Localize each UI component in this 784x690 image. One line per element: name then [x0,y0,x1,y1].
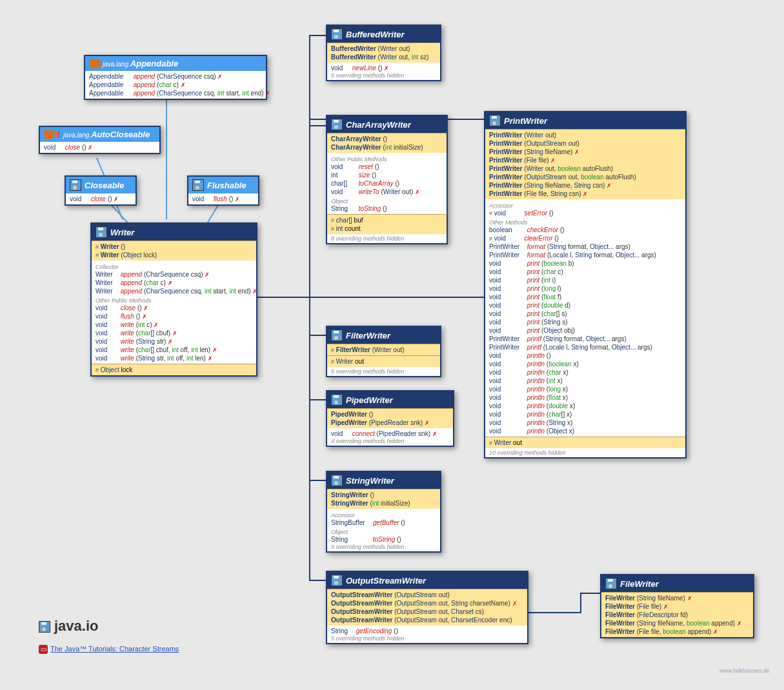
constructor-row: CharArrayWriter (int initialSize) [331,143,443,152]
class-header: BufferedWriter [327,26,440,43]
disk-icon [192,179,204,191]
constructor-row: StringWriter (int initialSize) [331,499,436,508]
constructor-row: # Writer () [95,242,252,251]
method-row: # void setError () [489,209,681,217]
class-header: FileWriter [601,575,753,592]
disk-icon [95,226,107,238]
disk-icon [331,475,343,486]
class-writer: Writer # Writer ()# Writer (Object lock)… [90,222,257,377]
method-row: PrintWriter printf (String format, Objec… [489,335,681,343]
hidden-note: 4 overriding methods hidden [331,438,449,444]
method-row: void connect (PipedReader snk) ✗ [331,429,449,438]
disk-icon [331,119,343,130]
method-row: void print (double d) [489,301,681,310]
class-autocloseable: !java.lang.AutoCloseable void close () ✗ [39,126,161,154]
class-filterwriter: FilterWriter # FilterWriter (Writer out)… [326,326,441,377]
constructor-row: FileWriter (File file, boolean append) ✗ [605,627,749,636]
method-row: void write (String str, int off, int len… [95,354,252,362]
constructor-row: FileWriter (String fileName, boolean app… [605,619,749,627]
method-row: void print (String s) [489,318,681,326]
copyright-text: www.falkhausen.de [719,667,770,674]
method-row: Writer append (CharSequence csq) ✗ [95,270,252,279]
class-header: StringWriter [327,472,440,489]
cup-icon [89,59,99,68]
disk-icon [331,575,343,586]
hidden-note: 5 overriding methods hidden [331,72,436,79]
class-header: FilterWriter [327,327,440,344]
constructor-row: OutputStreamWriter (OutputStream out, Ch… [331,616,523,624]
class-closeable: Closeable void close () ✗ [65,175,137,206]
constructor-row: PrintWriter (String fileName, String csn… [489,181,681,190]
field-row: # Object lock [95,366,252,374]
method-row: void print (long l) [489,284,681,293]
class-header: !java.lang.AutoCloseable [40,127,159,142]
method-row: void println (char[] x) [489,410,681,419]
class-header: Writer [92,224,256,241]
hidden-note: 10 overriding methods hidden [489,449,681,456]
disk-icon [331,28,343,40]
constructor-row: PrintWriter (File file) ✗ [489,156,681,164]
method-row: String toString () [331,535,436,544]
class-header: java.lang.Appendable [85,56,266,71]
method-row: int size () [331,171,443,179]
field-row: # int count [331,224,443,233]
class-printwriter: PrintWriter PrintWriter (Writer out)Prin… [484,111,687,458]
method-row: void println (boolean x) [489,360,681,368]
method-row: void println (int x) [489,377,681,385]
class-header: Closeable [66,177,136,193]
class-header: Flushable [188,177,258,193]
constructor-row: # FilterWriter (Writer out) [331,346,436,354]
exclaim-icon: ! [57,130,60,139]
method-row: void write (char[] cbuf) ✗ [95,329,252,337]
method-row: void write (String str) ✗ [95,337,252,346]
constructor-row: OutputStreamWriter (OutputStream out, St… [331,599,523,607]
class-stringwriter: StringWriter StringWriter ()StringWriter… [326,471,441,553]
hidden-note: 8 overriding methods hidden [331,235,443,242]
method-row: PrintWriter format (String format, Objec… [489,242,681,251]
method-row: void newLine () ✗ [331,64,436,72]
method-row: void print (int i) [489,276,681,284]
method-row: void println (float x) [489,393,681,402]
constructor-row: BufferedWriter (Writer out) [331,44,436,53]
method-row: void print (float f) [489,293,681,301]
section-label: Collector [95,262,252,270]
constructor-row: PipedWriter () [331,410,449,419]
constructor-row: OutputStreamWriter (OutputStream out, Ch… [331,607,523,616]
class-pipedwriter: PipedWriter PipedWriter ()PipedWriter (P… [326,390,454,447]
field-row: # Writer out [331,357,436,366]
method-row: Appendable append (CharSequence csq, int… [89,89,262,97]
constructor-row: FileWriter (String fileName) ✗ [605,594,749,602]
method-row: # void clearError () [489,234,681,242]
class-outputstreamwriter: OutputStreamWriter OutputStreamWriter (O… [326,571,528,644]
method-row: void print (char[] s) [489,310,681,318]
disk-icon [70,179,81,191]
method-row: void println (String x) [489,419,681,427]
hidden-note: 5 overriding methods hidden [331,635,523,642]
method-row: StringBuffer getBuffer () [331,518,436,527]
class-bufferedwriter: BufferedWriter BufferedWriter (Writer ou… [326,25,441,81]
method-row: void println (double x) [489,402,681,410]
method-row: String toString () [331,204,443,213]
constructor-row: StringWriter () [331,491,436,499]
class-appendable: java.lang.Appendable Appendable append (… [84,55,267,100]
method-row: void println (Object x) [489,427,681,435]
constructor-row: PrintWriter (String fileName) ✗ [489,148,681,156]
method-row: void write (int c) ✗ [95,320,252,329]
class-flushable: Flushable void flush () ✗ [187,175,259,206]
section-label: Other Public Methods [95,295,252,304]
class-header: PipedWriter [327,391,453,408]
method-row: Appendable append (char c) ✗ [89,81,262,89]
constructor-row: CharArrayWriter () [331,135,443,143]
method-row: void close () ✗ [44,143,156,152]
class-chararraywriter: CharArrayWriter CharArrayWriter ()CharAr… [326,115,448,244]
hidden-note: 9 overriding methods hidden [331,544,436,550]
constructor-row: PrintWriter (OutputStream out, boolean a… [489,173,681,181]
class-header: CharArrayWriter [327,116,447,133]
constructor-row: PrintWriter (Writer out, boolean autoFlu… [489,164,681,173]
section-label: Other Public Methods [331,154,443,163]
section-label: Object [331,196,443,204]
method-row: void print (char c) [489,268,681,276]
cup-icon [44,130,54,139]
tutorial-link[interactable]: ▭The Java™ Tutorials: Character Streams [39,645,179,654]
method-row: void print (Object obj) [489,326,681,335]
